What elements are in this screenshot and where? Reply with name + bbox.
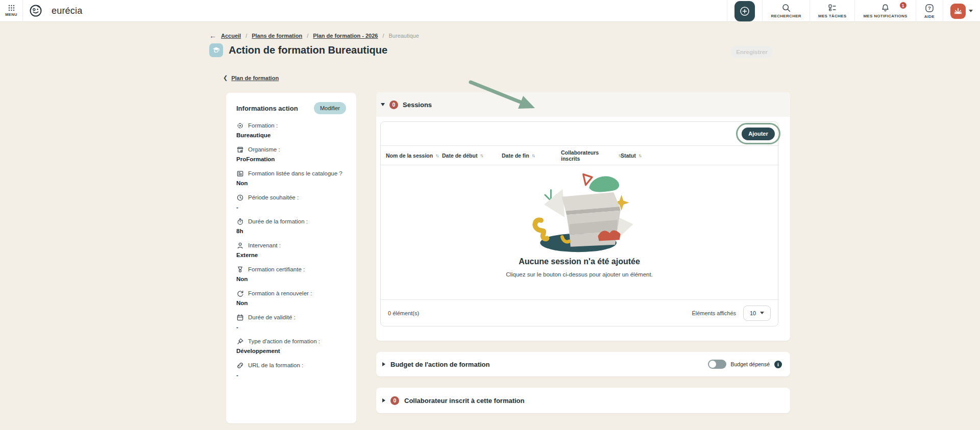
column-nom-session[interactable]: Nom de la session↑↓ bbox=[386, 153, 442, 159]
column-statut[interactable]: Statut↑↓ bbox=[621, 153, 677, 159]
column-date-fin[interactable]: Date de fin↑↓ bbox=[502, 153, 561, 159]
back-arrow-icon[interactable]: ← bbox=[209, 32, 216, 40]
plus-circle-icon bbox=[740, 6, 750, 16]
field-url: URL de la formation : - bbox=[236, 362, 346, 378]
sort-icon[interactable]: ↑↓ bbox=[480, 153, 482, 158]
field-periode: Période souhaitée : - bbox=[236, 194, 346, 210]
sessions-table-box: Ajouter Nom de la session↑↓ Date de débu… bbox=[380, 121, 778, 326]
formation-module-icon bbox=[209, 43, 223, 57]
medal-icon bbox=[236, 266, 244, 273]
field-duree: Durée de la formation : 8h bbox=[236, 218, 346, 234]
search-label: RECHERCHER bbox=[771, 14, 801, 18]
element-count: 0 élément(s) bbox=[388, 310, 419, 316]
tasks-icon bbox=[828, 4, 837, 12]
field-renouveler: Formation à renouveler : Non bbox=[236, 290, 346, 306]
add-session-button[interactable]: Ajouter bbox=[742, 128, 775, 140]
sort-icon[interactable]: ↑↓ bbox=[435, 153, 438, 158]
back-link-label[interactable]: Plan de formation bbox=[231, 75, 279, 81]
bell-icon bbox=[881, 4, 890, 12]
breadcrumb-separator: / bbox=[382, 33, 384, 39]
eurecia-logo-icon bbox=[29, 4, 42, 17]
chevron-right-icon bbox=[382, 398, 385, 402]
budget-section[interactable]: Budget de l'action de formation Budget d… bbox=[376, 352, 790, 376]
empty-box-illustration bbox=[516, 169, 643, 255]
page-size-select[interactable]: 10 bbox=[743, 306, 771, 321]
help-button[interactable]: ? AIDE bbox=[916, 0, 943, 22]
field-certifiante: Formation certifiante : Non bbox=[236, 266, 346, 282]
column-date-debut[interactable]: Date de début↑↓ bbox=[442, 153, 502, 159]
tasks-button[interactable]: MES TÂCHES bbox=[810, 0, 854, 22]
quick-add-button[interactable] bbox=[734, 1, 755, 21]
add-button-highlight-ring: Ajouter bbox=[736, 123, 780, 144]
breadcrumb: ← Accueil / Plans de formation / Plan de… bbox=[209, 32, 419, 40]
title-row: Action de formation Bureautique bbox=[209, 43, 387, 57]
budget-title: Budget de l'action de formation bbox=[390, 361, 490, 368]
target-icon bbox=[236, 122, 244, 130]
info-panel-title: Informations action bbox=[236, 105, 298, 112]
menu-button[interactable]: MENU bbox=[0, 0, 23, 22]
sessions-toolbar: Ajouter bbox=[381, 122, 778, 145]
brand-wordmark[interactable]: eurécia bbox=[52, 6, 82, 16]
notification-badge: 1 bbox=[900, 2, 906, 9]
budget-toggle[interactable] bbox=[708, 360, 726, 369]
notifications-button[interactable]: 1 MES NOTIFICATIONS bbox=[854, 0, 915, 22]
palm-icon bbox=[953, 6, 963, 16]
renew-icon bbox=[236, 290, 244, 297]
topbar-actions: RECHERCHER MES TÂCHES 1 MES NOTIFIC bbox=[727, 0, 980, 22]
budget-toggle-label: Budget dépensé bbox=[731, 361, 770, 367]
field-type-action: Type d'action de formation : Développeme… bbox=[236, 338, 346, 354]
sessions-table-header: Nom de la session↑↓ Date de début↑↓ Date… bbox=[381, 145, 778, 165]
chevron-left-icon: ❮ bbox=[223, 74, 228, 81]
link-icon bbox=[236, 362, 244, 369]
add-button-cell bbox=[727, 0, 762, 22]
toggle-knob bbox=[709, 361, 716, 368]
field-organisme: Organisme : ProFormation bbox=[236, 146, 346, 162]
breadcrumb-current: Bureautique bbox=[389, 33, 419, 39]
collaborators-count-badge: 0 bbox=[390, 396, 399, 405]
page-title: Action de formation Bureautique bbox=[229, 44, 387, 56]
field-catalogue: Formation listée dans le catalogue ? Non bbox=[236, 170, 346, 186]
collaborators-section[interactable]: 0 Collaborateur inscrit à cette formatio… bbox=[376, 388, 790, 413]
sessions-count-badge: 0 bbox=[389, 100, 398, 109]
pushpin-icon bbox=[236, 338, 244, 345]
calendar-icon bbox=[236, 314, 244, 321]
field-validite: Durée de validité : - bbox=[236, 314, 346, 330]
breadcrumb-plans-de-formation[interactable]: Plans de formation bbox=[252, 33, 302, 39]
sessions-panel: 0 Sessions Ajouter Nom de la session↑↓ D… bbox=[376, 92, 790, 341]
svg-text:?: ? bbox=[928, 5, 931, 11]
sessions-header[interactable]: 0 Sessions bbox=[376, 92, 790, 117]
chevron-right-icon bbox=[382, 362, 385, 366]
info-icon[interactable]: i bbox=[774, 361, 782, 368]
search-button[interactable]: RECHERCHER bbox=[762, 0, 809, 22]
grid-menu-icon bbox=[8, 5, 15, 11]
help-icon: ? bbox=[925, 4, 934, 13]
page-size-label: Éléments affichés bbox=[692, 310, 736, 316]
sort-icon[interactable]: ↑↓ bbox=[639, 153, 641, 158]
menu-label: MENU bbox=[5, 12, 17, 17]
storefront-icon bbox=[236, 146, 244, 154]
tasks-label: MES TÂCHES bbox=[818, 14, 846, 18]
catalog-icon bbox=[236, 170, 244, 178]
sort-icon[interactable]: ↑↓ bbox=[532, 153, 534, 158]
field-intervenant: Intervenant : Externe bbox=[236, 242, 346, 258]
stopwatch-icon bbox=[236, 218, 244, 225]
person-icon bbox=[236, 242, 244, 249]
save-button[interactable]: Enregistrer bbox=[731, 46, 773, 58]
avatar bbox=[950, 4, 966, 19]
breadcrumb-plan-2026[interactable]: Plan de formation - 2026 bbox=[313, 33, 378, 39]
empty-state-subtitle: Cliquez sur le bouton ci-dessus pour ajo… bbox=[506, 271, 653, 277]
user-menu[interactable] bbox=[943, 0, 980, 22]
breadcrumb-separator: / bbox=[307, 33, 308, 39]
page: MENU eurécia bbox=[0, 0, 980, 430]
breadcrumb-accueil[interactable]: Accueil bbox=[221, 33, 241, 39]
topbar: MENU eurécia bbox=[0, 0, 980, 22]
chevron-down-icon bbox=[381, 103, 385, 106]
sessions-empty-state: Aucune session n'a été ajoutée Cliquez s… bbox=[381, 165, 778, 299]
field-formation: Formation : Bureautique bbox=[236, 122, 346, 138]
chevron-down-icon bbox=[969, 10, 973, 12]
chevron-down-icon bbox=[760, 312, 764, 314]
edit-button[interactable]: Modifier bbox=[314, 102, 346, 114]
column-collaborateurs-inscrits[interactable]: Collaborateurs inscrits↑↓ bbox=[561, 149, 621, 162]
sessions-table-footer: 0 élément(s) Éléments affichés 10 bbox=[381, 299, 778, 326]
back-link[interactable]: ❮ Plan de formation bbox=[223, 74, 279, 81]
